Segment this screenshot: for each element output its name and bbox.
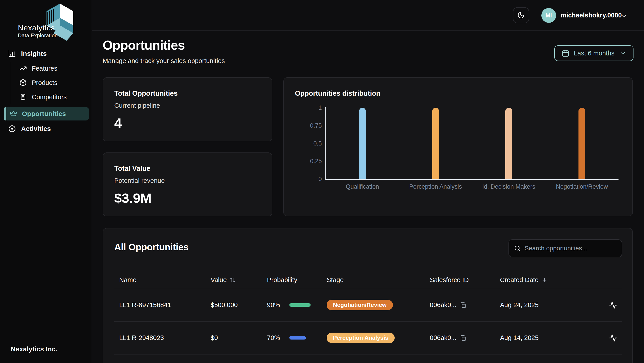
chart-column-icon bbox=[8, 50, 16, 58]
sidebar-item-competitors[interactable]: Competitors bbox=[19, 93, 67, 101]
stat-value: $3.9M bbox=[114, 190, 152, 206]
username[interactable]: michaelshokry.0000 bbox=[560, 12, 622, 19]
company-footer: Nexalytics Inc. bbox=[11, 345, 57, 353]
x-tick-label: Negotiation/Review bbox=[546, 183, 618, 190]
activity-pulse-icon[interactable] bbox=[609, 334, 618, 342]
cell-salesforce-id: 006ak0... bbox=[430, 301, 500, 309]
package-icon bbox=[19, 79, 27, 86]
moon-icon bbox=[517, 11, 525, 19]
brand-tagline: Data Exploration bbox=[18, 33, 58, 39]
building-icon bbox=[19, 93, 27, 101]
sidebar-item-label: Features bbox=[32, 65, 57, 72]
sort-down-icon bbox=[541, 277, 548, 283]
chart-plot-area bbox=[326, 108, 618, 179]
chevron-down-icon[interactable] bbox=[621, 12, 628, 19]
search-input[interactable] bbox=[524, 245, 617, 252]
sidebar-item-label: Products bbox=[32, 79, 57, 86]
stage-badge: Negotiation/Review bbox=[327, 300, 393, 310]
column-header-probability[interactable]: Probability bbox=[267, 276, 327, 284]
page-subtitle: Manage and track your sales opportunitie… bbox=[103, 57, 225, 65]
date-range-select[interactable]: Last 6 months bbox=[554, 45, 634, 61]
sidebar-item-opportunities[interactable]: Opportunities bbox=[4, 107, 89, 120]
bar-column bbox=[326, 108, 399, 179]
chevron-down-icon bbox=[620, 50, 626, 56]
all-opportunities-card: All Opportunities Name Value Probability… bbox=[103, 228, 633, 363]
brand-name: Nexalytics bbox=[18, 23, 55, 32]
salesforce-id-text: 006ak0... bbox=[430, 301, 456, 309]
column-header-salesforce-id[interactable]: Salesforce ID bbox=[430, 276, 500, 284]
stat-title: Total Value bbox=[114, 165, 150, 173]
stage-badge: Perception Analysis bbox=[327, 333, 395, 343]
copy-icon[interactable] bbox=[460, 335, 466, 341]
column-header-created-date[interactable]: Created Date bbox=[500, 276, 604, 284]
opportunities-distribution-card: Opportunities distribution 1 0.75 0.5 0.… bbox=[283, 77, 633, 216]
bar-column bbox=[472, 108, 546, 179]
stat-title: Total Opportunities bbox=[114, 89, 178, 97]
active-accent-bar bbox=[4, 107, 6, 120]
total-opportunities-card: Total Opportunities Current pipeline 4 bbox=[103, 77, 272, 141]
bar-perception-analysis bbox=[432, 108, 439, 179]
sidebar-item-label: Competitors bbox=[32, 93, 67, 101]
sidebar-item-insights[interactable]: Insights bbox=[8, 50, 47, 58]
page-title: Opportunities bbox=[103, 37, 185, 52]
table-body: LL1 R-897156841$500,00090%Negotiation/Re… bbox=[114, 289, 622, 355]
cell-name: LL1 R-897156841 bbox=[119, 301, 211, 309]
probability-bar bbox=[289, 336, 313, 340]
total-value-card: Total Value Potential revenue $3.9M bbox=[103, 152, 272, 216]
theme-toggle-button[interactable] bbox=[513, 7, 529, 23]
table-row[interactable]: LL1 R-2948023$070%Perception Analysis006… bbox=[114, 322, 622, 355]
date-range-label: Last 6 months bbox=[574, 50, 614, 57]
stat-value: 4 bbox=[114, 115, 122, 131]
bar-column bbox=[399, 108, 472, 179]
cell-stage: Perception Analysis bbox=[327, 333, 430, 343]
cell-probability: 90% bbox=[267, 301, 327, 309]
probability-label: 90% bbox=[267, 301, 280, 309]
cell-value: $0 bbox=[211, 334, 267, 342]
y-tick-label: 0.25 bbox=[293, 158, 322, 165]
cell-actions bbox=[604, 334, 622, 342]
avatar-initials: MI bbox=[546, 12, 552, 19]
cell-salesforce-id: 006ak0... bbox=[430, 334, 500, 342]
table-title: All Opportunities bbox=[114, 242, 188, 253]
stat-subtitle: Current pipeline bbox=[114, 102, 160, 109]
cell-actions bbox=[604, 301, 622, 309]
probability-bar-fill bbox=[289, 336, 306, 340]
sidebar-item-features[interactable]: Features bbox=[19, 65, 57, 72]
table-header-row: Name Value Probability Stage Salesforce … bbox=[114, 272, 622, 288]
probability-bar-fill bbox=[289, 303, 310, 307]
salesforce-id-text: 006ak0... bbox=[430, 334, 456, 342]
x-tick-label: Qualification bbox=[326, 183, 399, 190]
nav-tree-line bbox=[11, 62, 11, 104]
cell-created-date: Aug 24, 2025 bbox=[500, 301, 604, 309]
table-row[interactable]: LL1 R-897156841$500,00090%Negotiation/Re… bbox=[114, 289, 622, 322]
column-header-value[interactable]: Value bbox=[211, 276, 267, 284]
cell-stage: Negotiation/Review bbox=[327, 300, 430, 310]
calendar-icon bbox=[562, 49, 569, 57]
cell-created-date: Aug 14, 2025 bbox=[500, 334, 604, 342]
activity-pulse-icon[interactable] bbox=[609, 301, 618, 309]
sidebar: Nexalytics Data Exploration Insights Fea… bbox=[0, 0, 91, 363]
brand-logo: Nexalytics Data Exploration bbox=[18, 2, 78, 41]
probability-label: 70% bbox=[267, 334, 280, 342]
bar-id-decision-makers bbox=[505, 108, 512, 179]
bar-qualification bbox=[359, 108, 366, 179]
x-axis-labels: QualificationPerception AnalysisId. Deci… bbox=[326, 183, 618, 190]
avatar[interactable]: MI bbox=[541, 8, 556, 23]
sidebar-item-products[interactable]: Products bbox=[19, 79, 57, 86]
y-tick-label: 0.75 bbox=[293, 122, 322, 129]
column-header-stage[interactable]: Stage bbox=[327, 276, 430, 284]
column-header-name[interactable]: Name bbox=[119, 276, 211, 284]
search-icon bbox=[514, 245, 521, 252]
circle-dot-icon bbox=[8, 125, 16, 133]
sidebar-item-label: Opportunities bbox=[22, 110, 66, 118]
sidebar-item-activities[interactable]: Activities bbox=[8, 125, 51, 133]
sort-up-down-icon bbox=[230, 277, 236, 283]
y-tick-label: 1 bbox=[293, 104, 322, 111]
y-tick-label: 0.5 bbox=[293, 140, 322, 147]
bar-negotiation-review bbox=[578, 108, 585, 179]
trending-up-icon bbox=[19, 65, 27, 72]
copy-icon[interactable] bbox=[460, 302, 466, 309]
x-axis-line bbox=[325, 179, 618, 180]
stat-subtitle: Potential revenue bbox=[114, 177, 165, 184]
cell-value: $500,000 bbox=[211, 301, 267, 309]
